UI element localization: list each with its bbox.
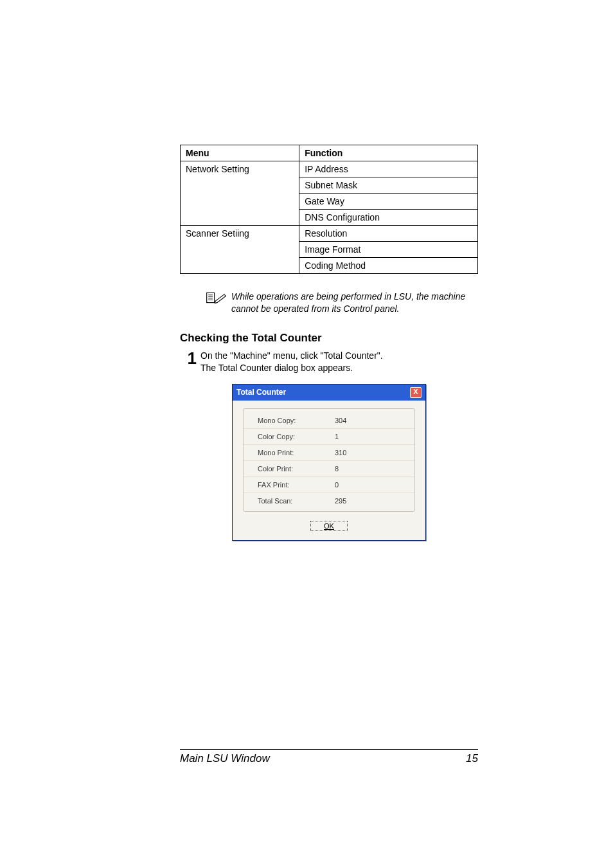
step-number: 1 <box>180 350 200 366</box>
counter-value: 295 <box>335 497 346 505</box>
table-cell-function: Resolution <box>299 226 478 242</box>
table-cell-function: Gate Way <box>299 194 478 210</box>
counter-row: FAX Print: 0 <box>244 477 414 493</box>
table-cell-function: IP Address <box>299 161 478 177</box>
note-block: While operations are being performed in … <box>180 291 478 315</box>
page-footer: Main LSU Window 15 <box>180 749 478 765</box>
table-cell-menu: Scanner Setiing <box>181 226 299 274</box>
footer-title: Main LSU Window <box>180 752 270 765</box>
table-header-function: Function <box>299 145 478 161</box>
counter-label: FAX Print: <box>258 481 335 489</box>
counter-value: 310 <box>335 449 346 457</box>
table-cell-menu: Network Setting <box>181 161 299 226</box>
counter-value: 1 <box>335 433 339 440</box>
counter-label: Mono Copy: <box>258 417 335 424</box>
counter-value: 0 <box>335 481 339 489</box>
note-text: While operations are being performed in … <box>231 291 478 315</box>
total-counter-dialog: Total Counter X Mono Copy: 304 Color Cop… <box>232 384 426 541</box>
counter-panel: Mono Copy: 304 Color Copy: 1 Mono Print:… <box>243 408 415 512</box>
step-text-line2: The Total Counter dialog box appears. <box>200 362 383 375</box>
table-cell-function: Image Format <box>299 242 478 258</box>
counter-row: Mono Print: 310 <box>244 445 414 461</box>
counter-label: Color Copy: <box>258 433 335 440</box>
table-header-menu: Menu <box>181 145 299 161</box>
counter-value: 304 <box>335 417 346 424</box>
footer-page-number: 15 <box>466 752 478 765</box>
table-cell-function: DNS Configuration <box>299 210 478 226</box>
close-icon[interactable]: X <box>410 387 422 398</box>
counter-row: Color Copy: 1 <box>244 429 414 445</box>
dialog-title-text: Total Counter <box>236 388 286 397</box>
ok-button-label: OK <box>324 522 334 530</box>
note-icon <box>206 291 227 307</box>
svg-rect-0 <box>207 293 215 302</box>
counter-label: Mono Print: <box>258 449 335 457</box>
settings-table: Menu Function Network Setting IP Address… <box>180 145 478 274</box>
section-heading: Checking the Total Counter <box>180 332 478 345</box>
counter-row: Color Print: 8 <box>244 461 414 477</box>
counter-label: Total Scan: <box>258 497 335 505</box>
table-cell-function: Coding Method <box>299 258 478 274</box>
counter-value: 8 <box>335 465 339 473</box>
table-cell-function: Subnet Mask <box>299 177 478 194</box>
step-text-line1: On the "Machine" menu, click "Total Coun… <box>200 350 383 363</box>
counter-label: Color Print: <box>258 465 335 473</box>
dialog-titlebar: Total Counter X <box>233 384 425 401</box>
ok-button[interactable]: OK <box>310 521 348 531</box>
counter-row: Mono Copy: 304 <box>244 413 414 429</box>
counter-row: Total Scan: 295 <box>244 493 414 509</box>
